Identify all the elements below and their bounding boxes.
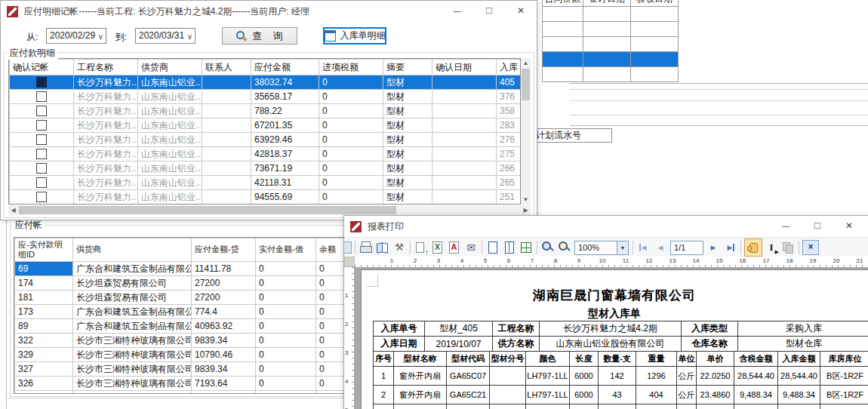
table-row[interactable]: 长沙万科魅力...山东南山铝业...63929.460型材276 <box>10 133 521 147</box>
maximize-button[interactable] <box>473 1 505 22</box>
amount-cell[interactable]: 42118.31 <box>251 176 319 190</box>
summary-cell[interactable]: 型材 <box>383 176 432 190</box>
confirm-checkbox-cell[interactable] <box>10 204 74 205</box>
table-cell[interactable] <box>15 391 73 395</box>
summary-cell[interactable]: 型材 <box>383 204 432 205</box>
table-cell[interactable]: 0 <box>256 348 316 362</box>
table-cell[interactable]: 长沙市三湘特种玻璃有限公司 <box>73 377 192 391</box>
table-cell[interactable]: 广东合和建筑五金制品有限公司 <box>73 319 192 334</box>
column-header[interactable]: 应付金额-贷 <box>192 238 256 262</box>
table-cell[interactable]: 长沙市三湘特种玻璃有限公司 <box>73 391 192 395</box>
print-options-icon[interactable] <box>392 240 407 255</box>
close-preview-icon[interactable]: × <box>802 240 819 255</box>
from-date-combo[interactable]: 2020/02/29 ∨ <box>46 28 106 44</box>
table-cell[interactable] <box>583 67 631 82</box>
project-cell[interactable]: 长沙万科魅力... <box>74 176 138 190</box>
supplier-cell[interactable]: 山东南山铝业... <box>138 104 202 118</box>
supplier-cell[interactable]: 山东南山铝业... <box>138 190 202 204</box>
project-cell[interactable]: 长沙万科魅力... <box>74 161 138 176</box>
supplier-cell[interactable]: 山东南山铝业... <box>138 118 202 133</box>
table-row[interactable]: 322长沙市三湘特种玻璃有限公司9839.3400 <box>15 334 350 348</box>
summary-cell[interactable]: 型材 <box>383 133 432 147</box>
table-cell[interactable]: 长沙市三湘特种玻璃有限公司 <box>73 362 192 377</box>
send-email-icon[interactable] <box>463 240 479 255</box>
table-row[interactable]: 长沙万科魅力...山东南山铝业...38032.740型材405 <box>10 75 521 90</box>
tax-cell[interactable]: 0 <box>319 161 383 176</box>
table-cell[interactable] <box>543 67 583 82</box>
table-cell[interactable] <box>583 52 631 67</box>
chevron-down-icon[interactable]: ∨ <box>98 29 103 44</box>
designer-icon[interactable] <box>344 241 352 254</box>
inbound-no-cell[interactable]: 376 <box>497 90 521 104</box>
whole-page-icon[interactable] <box>485 240 500 255</box>
table-row[interactable]: 181长沙坦森贸易有限公司2720000 <box>15 291 350 305</box>
confirm-date-cell[interactable] <box>432 190 497 204</box>
table-cell[interactable]: 9839.34 <box>192 334 256 348</box>
contact-cell[interactable] <box>202 161 251 176</box>
table-row[interactable]: 长沙万科魅力...山东南山铝业...42118.310型材265 <box>10 176 521 190</box>
confirm-date-cell[interactable] <box>432 104 497 118</box>
table-cell[interactable]: 11411.78 <box>192 262 256 276</box>
export-icon[interactable] <box>414 240 429 255</box>
table-cell[interactable]: 322 <box>15 334 73 348</box>
table-row[interactable] <box>543 67 679 82</box>
contact-cell[interactable] <box>202 118 251 133</box>
table-row[interactable]: 长沙万科魅力...山东南山铝业...94555.690型材251 <box>10 190 521 204</box>
table-cell[interactable]: 广东合和建筑五金制品有限公司 <box>73 305 192 319</box>
column-header[interactable]: 工程名称 <box>74 60 138 75</box>
contract-table[interactable]: 合同价款签订日期验收日期 <box>542 0 679 82</box>
confirm-date-cell[interactable] <box>432 133 497 147</box>
contact-cell[interactable] <box>202 133 251 147</box>
table-cell[interactable]: 329 <box>15 348 73 362</box>
table-row[interactable]: 长沙万科魅力...山东南山铝业...67201.350型材283 <box>10 118 521 133</box>
table-cell[interactable]: 0 <box>256 362 316 377</box>
table-row[interactable] <box>543 22 679 37</box>
horizontal-scrollbar[interactable]: ◀ ▶ <box>8 205 531 215</box>
minimize-button[interactable] <box>442 1 473 22</box>
table-row[interactable]: 长沙万科魅力...山东南山铝业...42818.370型材275 <box>10 147 521 161</box>
table-cell[interactable]: 广东合和建筑五金制品有限公司 <box>73 262 192 276</box>
project-cell[interactable]: 长沙万科魅力... <box>74 147 138 161</box>
inbound-no-cell[interactable]: 283 <box>497 118 521 133</box>
amount-cell[interactable]: 94555.69 <box>251 190 319 204</box>
table-cell[interactable] <box>583 37 631 52</box>
next-page-icon[interactable]: ▶ <box>706 240 721 255</box>
scroll-up-icon[interactable]: ▲ <box>521 58 531 68</box>
table-cell[interactable] <box>256 391 316 395</box>
summary-cell[interactable]: 型材 <box>383 118 432 133</box>
amount-cell[interactable]: 42818.37 <box>251 147 319 161</box>
table-cell[interactable]: 40963.92 <box>192 319 256 334</box>
amount-cell[interactable]: 3895.84 <box>251 204 319 205</box>
table-row[interactable]: 327长沙市三湘特种玻璃有限公司9839.3400 <box>15 362 350 377</box>
confirm-checkbox-cell[interactable] <box>10 104 74 118</box>
confirm-date-cell[interactable] <box>432 176 497 190</box>
contact-cell[interactable] <box>202 104 251 118</box>
print-icon[interactable] <box>359 240 374 255</box>
table-row[interactable]: 69广东合和建筑五金制品有限公司11411.7800 <box>15 262 350 276</box>
report-window-titlebar[interactable]: 报表打印 <box>344 216 868 237</box>
inbound-no-cell[interactable]: 265 <box>497 176 521 190</box>
contact-cell[interactable] <box>202 204 251 205</box>
column-header[interactable]: 确认记帐 <box>10 60 74 75</box>
table-cell[interactable]: 173 <box>15 305 73 319</box>
confirm-checkbox-cell[interactable] <box>10 75 74 90</box>
minimize-button[interactable] <box>770 216 802 237</box>
tax-cell[interactable]: 0 <box>319 176 383 190</box>
table-cell[interactable] <box>543 52 583 67</box>
column-header[interactable]: 应付金额 <box>251 60 319 75</box>
table-cell[interactable]: 长沙坦森贸易有限公司 <box>73 291 192 305</box>
table-cell[interactable]: 181 <box>15 291 73 305</box>
checkbox[interactable] <box>36 120 47 131</box>
inbound-no-cell[interactable]: 275 <box>497 147 521 161</box>
table-cell[interactable]: 9839.34 <box>192 362 256 377</box>
table-row[interactable]: 329长沙市三湘特种玻璃有限公司10790.4600 <box>15 348 350 362</box>
supplier-cell[interactable]: 山东南山铝业... <box>138 133 202 147</box>
table-cell[interactable]: 长沙市三湘特种玻璃有限公司 <box>73 334 192 348</box>
confirm-date-cell[interactable] <box>432 147 497 161</box>
table-cell[interactable]: 326 <box>15 377 73 391</box>
supplier-cell[interactable]: 山东南山铝业... <box>138 204 202 205</box>
table-row[interactable]: 89广东合和建筑五金制品有限公司40963.9200 <box>15 319 350 334</box>
table-cell[interactable]: 10790.46 <box>192 348 256 362</box>
confirm-checkbox-cell[interactable] <box>10 118 74 133</box>
tax-cell[interactable]: 0 <box>319 75 383 90</box>
